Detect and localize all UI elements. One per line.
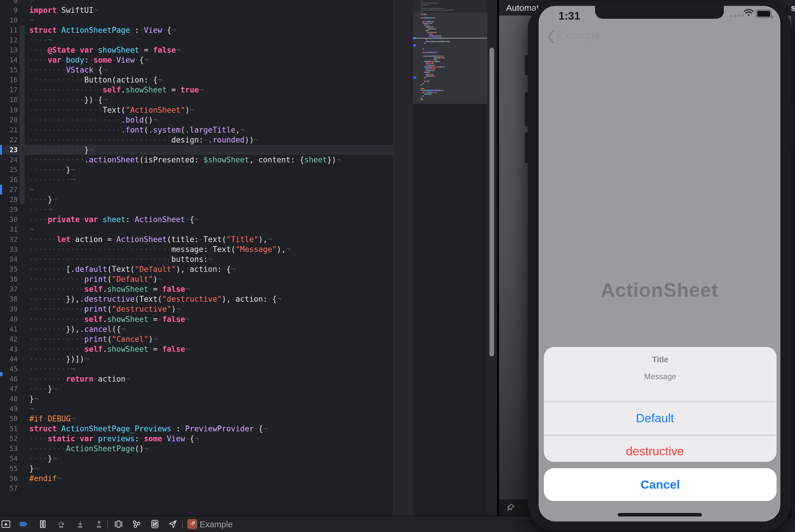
canvas-columns-icon[interactable] — [38, 519, 48, 529]
line-number: 36 — [0, 274, 18, 284]
code-line[interactable]: 23············}¬ — [0, 145, 393, 155]
minimap-change-marker — [413, 37, 416, 39]
code-line[interactable]: 16············Button(action:·{¬ — [0, 75, 393, 85]
code-line[interactable]: 48}¬ — [0, 394, 393, 404]
code-line[interactable]: 12····¬ — [0, 35, 393, 45]
code-line[interactable]: 33·······························message… — [0, 244, 393, 254]
code-line[interactable]: 25········}¬ — [0, 165, 393, 175]
code-line[interactable]: 14····var·body:·some·View·{¬ — [0, 55, 393, 65]
scrollbar-thumb[interactable] — [489, 48, 494, 357]
code-line[interactable]: 38········}),.destructive(Text("destruct… — [0, 294, 393, 304]
code-line[interactable]: 49¬ — [0, 404, 393, 414]
code-line[interactable]: 18············})·{¬ — [0, 95, 393, 105]
code-line[interactable]: 36············print("Default")¬ — [0, 274, 393, 284]
scheme-connections-icon[interactable] — [131, 519, 141, 529]
line-number: 20 — [0, 115, 18, 125]
line-number: 14 — [0, 55, 18, 65]
code-line[interactable]: 30····private·var·sheet:·ActionSheet·{¬ — [0, 214, 393, 225]
code-line[interactable]: 42············print("Cancel")¬ — [0, 334, 393, 344]
active-scheme-label[interactable]: Example — [200, 518, 233, 530]
code-line[interactable]: 57 — [0, 483, 393, 493]
code-line[interactable]: 21····················.font(.system(.lar… — [0, 125, 393, 135]
code-line[interactable]: 50#if·DEBUG¬ — [0, 414, 393, 424]
line-number: 50 — [0, 414, 18, 424]
code-line[interactable]: 10¬ — [0, 15, 393, 25]
code-line[interactable]: 45·········¬ — [0, 364, 393, 374]
code-line[interactable]: 19················Text("ActionSheet")¬ — [0, 105, 393, 115]
code-line[interactable]: 26·········¬ — [0, 175, 393, 185]
code-line[interactable]: 56#endif¬ — [0, 474, 393, 483]
line-number: 17 — [0, 85, 18, 95]
toolbar-separator — [108, 520, 108, 529]
code-line[interactable]: 8¬ — [0, 0, 393, 5]
environment-overrides-icon[interactable] — [150, 519, 160, 529]
resume-button-fragment[interactable]: su — [791, 0, 795, 16]
editor-preview-icon[interactable] — [1, 519, 11, 529]
code-line[interactable]: 53········ActionSheetPage()¬ — [0, 444, 393, 454]
pull-down-icon[interactable] — [75, 519, 85, 529]
code-line[interactable]: 47····}¬ — [0, 384, 393, 394]
code-line[interactable]: 29····¬ — [0, 205, 393, 214]
code-line[interactable]: 24············.actionSheet(isPresented:·… — [0, 155, 393, 165]
code-line[interactable]: 51struct·ActionSheetPage_Previews·:·Prev… — [0, 424, 393, 434]
code-line[interactable]: 28····}¬ — [0, 195, 393, 205]
rocket-app-icon[interactable] — [187, 519, 197, 529]
code-line[interactable]: 17················self.showSheet·=·true¬ — [0, 85, 393, 95]
cancel-button[interactable]: Cancel — [544, 468, 777, 501]
code-line[interactable]: 11struct·ActionSheetPage·:·View·{¬ — [0, 25, 393, 35]
code-line[interactable]: 31¬ — [0, 225, 393, 234]
device-variants-icon[interactable] — [114, 519, 124, 529]
code-line[interactable]: 43············self.showSheet·=·false¬ — [0, 344, 393, 354]
live-preview-icon[interactable] — [168, 519, 178, 529]
code-line[interactable]: 52····static·var·previews:·some·View·{¬ — [0, 434, 393, 444]
home-indicator[interactable] — [618, 513, 702, 516]
code-line[interactable]: 9import·SwiftUI¬ — [0, 5, 393, 15]
code-line[interactable]: 55}¬ — [0, 463, 393, 474]
code-line[interactable]: 46········return·action¬ — [0, 374, 393, 384]
code-line[interactable]: 39············print("destructive")¬ — [0, 304, 393, 314]
code-line[interactable]: 37············self.showSheet·=·false¬ — [0, 284, 393, 294]
default-button[interactable]: Default — [538, 401, 771, 435]
line-number: 40 — [0, 314, 18, 324]
line-number: 57 — [0, 483, 18, 493]
promote-changes-icon[interactable] — [56, 519, 66, 529]
line-number: 55 — [0, 463, 18, 474]
code-line[interactable]: 40············self.showSheet·=·false¬ — [0, 314, 393, 324]
code-rows[interactable]: 8¬9import·SwiftUI¬10¬11struct·ActionShee… — [0, 0, 393, 493]
code-line[interactable]: 34·······························buttons… — [0, 254, 393, 264]
line-number: 44 — [0, 354, 18, 364]
code-line[interactable]: 27¬ — [0, 185, 393, 195]
code-line[interactable]: 41········}),.cancel({¬ — [0, 324, 393, 334]
code-line[interactable]: 54····}¬ — [0, 454, 393, 463]
line-number: 52 — [0, 434, 18, 444]
back-button-label[interactable]: Example — [557, 29, 600, 42]
line-number: 15 — [0, 65, 18, 75]
code-line[interactable]: 44········})])¬ — [0, 354, 393, 364]
actionsheet-trigger-button[interactable]: ActionSheet — [538, 279, 780, 301]
pane-divider[interactable] — [497, 0, 499, 532]
minimap[interactable] — [413, 0, 487, 105]
push-up-icon[interactable] — [94, 519, 104, 529]
fold-ribbon[interactable] — [19, 25, 24, 205]
wifi-icon — [743, 8, 754, 17]
code-line[interactable]: 22·······························design:… — [0, 135, 393, 145]
line-number: 39 — [0, 304, 18, 314]
line-number: 24 — [0, 155, 18, 165]
line-number: 38 — [0, 294, 18, 304]
destructive-button[interactable]: destructive — [538, 435, 771, 468]
code-line[interactable]: 35········[.default(Text("Default"),·act… — [0, 264, 393, 274]
code-editor[interactable]: 8¬9import·SwiftUI¬10¬11struct·ActionShee… — [0, 0, 497, 516]
code-line[interactable]: 32······let·action·=·ActionSheet(title:·… — [0, 234, 393, 244]
line-number: 13 — [0, 45, 18, 55]
line-number: 25 — [0, 165, 18, 175]
code-line[interactable]: 13····@State·var·showSheet·=·false¬ — [0, 45, 393, 55]
back-chevron-icon[interactable] — [546, 29, 555, 44]
toolbar-separator — [182, 520, 183, 529]
current-file-icon[interactable] — [19, 519, 29, 529]
code-line[interactable]: 20····················.bold()¬ — [0, 115, 393, 125]
cellular-signal-icon — [738, 15, 740, 17]
line-number: 37 — [0, 284, 18, 294]
line-number: 23 — [0, 145, 18, 155]
code-line[interactable]: 15········VStack·{¬ — [0, 65, 393, 75]
pin-icon[interactable] — [506, 503, 515, 512]
